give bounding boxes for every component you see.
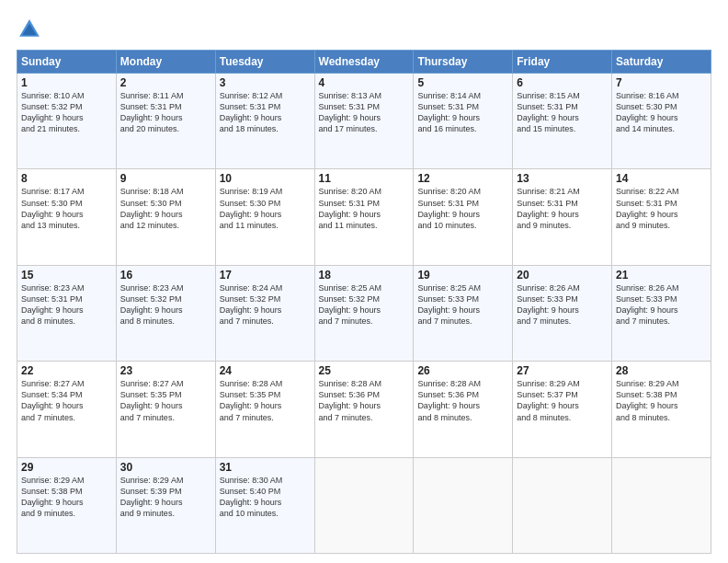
day-number: 17 (220, 269, 311, 282)
day-cell: 31Sunrise: 8:30 AM Sunset: 5:40 PM Dayli… (215, 457, 314, 553)
day-info: Sunrise: 8:25 AM Sunset: 5:33 PM Dayligh… (417, 282, 508, 327)
col-saturday: Saturday (612, 51, 711, 74)
day-cell: 4Sunrise: 8:13 AM Sunset: 5:31 PM Daylig… (314, 74, 414, 169)
col-thursday: Thursday (414, 51, 513, 74)
day-info: Sunrise: 8:20 AM Sunset: 5:31 PM Dayligh… (417, 186, 508, 231)
day-number: 27 (517, 364, 608, 377)
day-info: Sunrise: 8:14 AM Sunset: 5:31 PM Dayligh… (417, 90, 508, 135)
day-cell: 12Sunrise: 8:20 AM Sunset: 5:31 PM Dayli… (414, 169, 513, 265)
day-cell: 19Sunrise: 8:25 AM Sunset: 5:33 PM Dayli… (414, 265, 513, 361)
day-cell: 2Sunrise: 8:11 AM Sunset: 5:31 PM Daylig… (116, 74, 215, 169)
day-number: 6 (517, 76, 608, 89)
day-cell: 14Sunrise: 8:22 AM Sunset: 5:31 PM Dayli… (612, 169, 711, 265)
day-cell: 3Sunrise: 8:12 AM Sunset: 5:31 PM Daylig… (215, 74, 314, 169)
day-number: 26 (417, 364, 508, 377)
day-number: 1 (21, 76, 112, 89)
day-number: 22 (21, 364, 112, 377)
day-number: 12 (417, 172, 508, 185)
day-number: 24 (220, 364, 311, 377)
day-cell: 23Sunrise: 8:27 AM Sunset: 5:35 PM Dayli… (116, 362, 215, 457)
day-number: 20 (517, 269, 608, 282)
day-number: 23 (120, 364, 211, 377)
day-cell: 1Sunrise: 8:10 AM Sunset: 5:32 PM Daylig… (17, 74, 117, 169)
day-cell (513, 457, 612, 553)
day-info: Sunrise: 8:28 AM Sunset: 5:35 PM Dayligh… (220, 378, 311, 423)
day-cell: 6Sunrise: 8:15 AM Sunset: 5:31 PM Daylig… (513, 74, 612, 169)
day-info: Sunrise: 8:12 AM Sunset: 5:31 PM Dayligh… (220, 90, 311, 135)
day-number: 28 (616, 364, 707, 377)
day-info: Sunrise: 8:30 AM Sunset: 5:40 PM Dayligh… (220, 475, 311, 520)
day-number: 11 (319, 172, 410, 185)
day-number: 4 (319, 76, 410, 89)
day-cell: 13Sunrise: 8:21 AM Sunset: 5:31 PM Dayli… (513, 169, 612, 265)
week-row-3: 15Sunrise: 8:23 AM Sunset: 5:31 PM Dayli… (17, 265, 711, 361)
day-info: Sunrise: 8:20 AM Sunset: 5:31 PM Dayligh… (319, 186, 410, 231)
day-cell: 7Sunrise: 8:16 AM Sunset: 5:30 PM Daylig… (612, 74, 711, 169)
day-number: 18 (319, 269, 410, 282)
day-number: 19 (417, 269, 508, 282)
day-cell: 25Sunrise: 8:28 AM Sunset: 5:36 PM Dayli… (314, 362, 414, 457)
day-info: Sunrise: 8:11 AM Sunset: 5:31 PM Dayligh… (120, 90, 211, 135)
day-cell: 30Sunrise: 8:29 AM Sunset: 5:39 PM Dayli… (116, 457, 215, 553)
day-cell: 26Sunrise: 8:28 AM Sunset: 5:36 PM Dayli… (414, 362, 513, 457)
day-cell: 21Sunrise: 8:26 AM Sunset: 5:33 PM Dayli… (612, 265, 711, 361)
day-number: 9 (120, 172, 211, 185)
day-cell: 24Sunrise: 8:28 AM Sunset: 5:35 PM Dayli… (215, 362, 314, 457)
page: Sunday Monday Tuesday Wednesday Thursday… (0, 0, 728, 563)
day-info: Sunrise: 8:18 AM Sunset: 5:30 PM Dayligh… (120, 186, 211, 231)
day-cell (612, 457, 711, 553)
day-info: Sunrise: 8:28 AM Sunset: 5:36 PM Dayligh… (319, 378, 410, 423)
day-info: Sunrise: 8:28 AM Sunset: 5:36 PM Dayligh… (417, 378, 508, 423)
week-row-2: 8Sunrise: 8:17 AM Sunset: 5:30 PM Daylig… (17, 169, 711, 265)
day-info: Sunrise: 8:29 AM Sunset: 5:37 PM Dayligh… (517, 378, 608, 423)
day-cell: 18Sunrise: 8:25 AM Sunset: 5:32 PM Dayli… (314, 265, 414, 361)
day-number: 3 (220, 76, 311, 89)
day-info: Sunrise: 8:10 AM Sunset: 5:32 PM Dayligh… (21, 90, 112, 135)
day-number: 5 (417, 76, 508, 89)
col-tuesday: Tuesday (215, 51, 314, 74)
day-number: 10 (220, 172, 311, 185)
day-info: Sunrise: 8:29 AM Sunset: 5:38 PM Dayligh… (616, 378, 707, 423)
day-info: Sunrise: 8:22 AM Sunset: 5:31 PM Dayligh… (616, 186, 707, 231)
day-info: Sunrise: 8:17 AM Sunset: 5:30 PM Dayligh… (21, 186, 112, 231)
day-cell: 29Sunrise: 8:29 AM Sunset: 5:38 PM Dayli… (17, 457, 117, 553)
day-cell: 8Sunrise: 8:17 AM Sunset: 5:30 PM Daylig… (17, 169, 117, 265)
day-info: Sunrise: 8:15 AM Sunset: 5:31 PM Dayligh… (517, 90, 608, 135)
day-cell (414, 457, 513, 553)
day-info: Sunrise: 8:23 AM Sunset: 5:31 PM Dayligh… (21, 282, 112, 327)
logo-icon (17, 17, 42, 42)
day-info: Sunrise: 8:29 AM Sunset: 5:38 PM Dayligh… (21, 475, 112, 520)
week-row-5: 29Sunrise: 8:29 AM Sunset: 5:38 PM Dayli… (17, 457, 711, 553)
day-info: Sunrise: 8:27 AM Sunset: 5:34 PM Dayligh… (21, 378, 112, 423)
day-info: Sunrise: 8:26 AM Sunset: 5:33 PM Dayligh… (616, 282, 707, 327)
day-number: 21 (616, 269, 707, 282)
header (17, 17, 711, 42)
day-number: 7 (616, 76, 707, 89)
day-info: Sunrise: 8:24 AM Sunset: 5:32 PM Dayligh… (220, 282, 311, 327)
day-cell: 22Sunrise: 8:27 AM Sunset: 5:34 PM Dayli… (17, 362, 117, 457)
day-cell: 28Sunrise: 8:29 AM Sunset: 5:38 PM Dayli… (612, 362, 711, 457)
col-friday: Friday (513, 51, 612, 74)
day-info: Sunrise: 8:21 AM Sunset: 5:31 PM Dayligh… (517, 186, 608, 231)
day-cell: 16Sunrise: 8:23 AM Sunset: 5:32 PM Dayli… (116, 265, 215, 361)
day-cell: 20Sunrise: 8:26 AM Sunset: 5:33 PM Dayli… (513, 265, 612, 361)
day-info: Sunrise: 8:25 AM Sunset: 5:32 PM Dayligh… (319, 282, 410, 327)
day-cell: 5Sunrise: 8:14 AM Sunset: 5:31 PM Daylig… (414, 74, 513, 169)
day-cell: 15Sunrise: 8:23 AM Sunset: 5:31 PM Dayli… (17, 265, 117, 361)
day-info: Sunrise: 8:16 AM Sunset: 5:30 PM Dayligh… (616, 90, 707, 135)
day-number: 13 (517, 172, 608, 185)
day-number: 16 (120, 269, 211, 282)
day-cell: 10Sunrise: 8:19 AM Sunset: 5:30 PM Dayli… (215, 169, 314, 265)
day-cell: 27Sunrise: 8:29 AM Sunset: 5:37 PM Dayli… (513, 362, 612, 457)
logo (17, 17, 46, 42)
col-sunday: Sunday (17, 51, 117, 74)
day-number: 29 (21, 461, 112, 474)
day-number: 14 (616, 172, 707, 185)
day-number: 25 (319, 364, 410, 377)
header-row: Sunday Monday Tuesday Wednesday Thursday… (17, 51, 711, 74)
day-info: Sunrise: 8:19 AM Sunset: 5:30 PM Dayligh… (220, 186, 311, 231)
day-info: Sunrise: 8:23 AM Sunset: 5:32 PM Dayligh… (120, 282, 211, 327)
day-number: 31 (220, 461, 311, 474)
day-cell: 9Sunrise: 8:18 AM Sunset: 5:30 PM Daylig… (116, 169, 215, 265)
day-number: 2 (120, 76, 211, 89)
